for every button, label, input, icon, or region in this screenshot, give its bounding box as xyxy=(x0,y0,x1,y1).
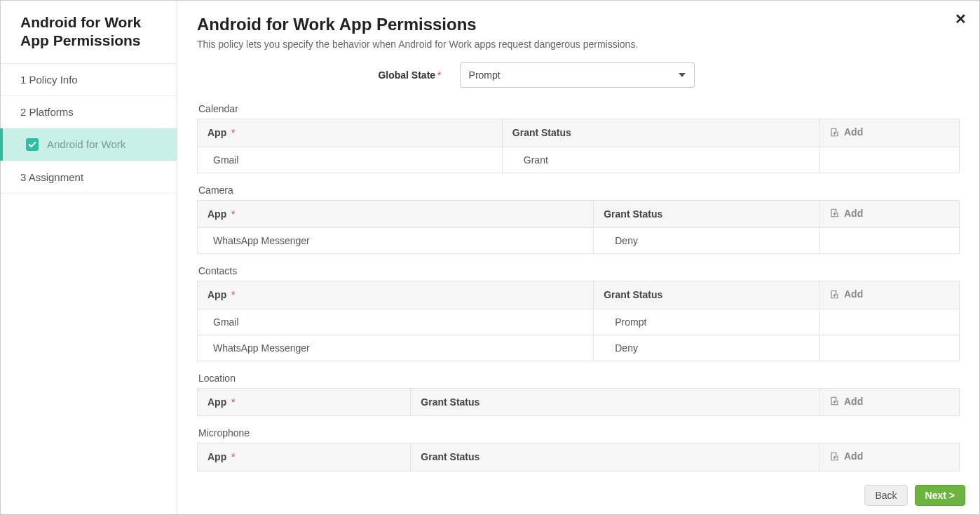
global-state-select[interactable]: Prompt xyxy=(460,62,695,88)
sidebar: Android for Work App Permissions 1 Polic… xyxy=(1,1,177,514)
add-label: Add xyxy=(844,208,863,219)
sidebar-item-label: Android for Work xyxy=(47,138,125,150)
add-label: Add xyxy=(844,126,863,138)
close-icon[interactable]: ✕ xyxy=(955,11,967,27)
add-icon xyxy=(829,127,840,138)
cell-status: Grant xyxy=(502,147,819,173)
add-label: Add xyxy=(844,450,863,462)
sidebar-item-policy-info[interactable]: 1 Policy Info xyxy=(1,64,177,96)
permission-table-contacts: App *Grant StatusAddGmailPromptWhatsApp … xyxy=(197,281,960,361)
col-action: Add xyxy=(819,281,960,309)
col-action: Add xyxy=(819,200,960,228)
table-row[interactable]: GmailPrompt xyxy=(198,309,960,335)
cell-status: Prompt xyxy=(594,309,819,335)
add-icon xyxy=(829,396,840,406)
sidebar-title: Android for Work App Permissions xyxy=(1,1,177,64)
page-title: Android for Work App Permissions xyxy=(197,15,960,34)
global-state-value: Prompt xyxy=(469,69,501,81)
main-panel: ✕ Android for Work App Permissions This … xyxy=(177,1,979,514)
cell-status: Deny xyxy=(594,335,819,361)
cell-action xyxy=(819,309,960,335)
sidebar-item-android-for-work[interactable]: Android for Work xyxy=(1,128,177,161)
section-label-contacts: Contacts xyxy=(198,265,960,276)
next-button[interactable]: Next > xyxy=(915,485,965,506)
table-row[interactable]: WhatsApp MessengerDeny xyxy=(198,335,960,361)
section-label-calendar: Calendar xyxy=(198,103,960,114)
col-grant-status: Grant Status xyxy=(411,443,819,471)
cell-action xyxy=(819,228,960,254)
cell-action xyxy=(819,335,960,361)
section-label-camera: Camera xyxy=(198,185,960,196)
cell-app: Gmail xyxy=(198,147,503,173)
col-action: Add xyxy=(819,443,960,471)
add-button[interactable]: Add xyxy=(829,450,863,462)
global-state-label: Global State* xyxy=(378,69,441,81)
col-grant-status: Grant Status xyxy=(594,200,819,228)
permission-table-camera: App *Grant StatusAddWhatsApp MessengerDe… xyxy=(197,200,960,255)
add-button[interactable]: Add xyxy=(829,126,863,138)
back-button[interactable]: Back xyxy=(864,485,907,506)
chevron-down-icon xyxy=(679,73,686,77)
col-grant-status: Grant Status xyxy=(411,388,819,416)
add-label: Add xyxy=(844,396,863,407)
check-icon xyxy=(26,138,39,151)
add-button[interactable]: Add xyxy=(829,288,863,300)
col-app: App * xyxy=(198,281,594,309)
section-label-microphone: Microphone xyxy=(198,427,960,439)
col-grant-status: Grant Status xyxy=(594,281,819,309)
table-row[interactable]: WhatsApp MessengerDeny xyxy=(198,228,960,254)
col-app: App * xyxy=(198,443,411,471)
permission-table-location: App *Grant StatusAdd xyxy=(197,388,960,417)
table-row[interactable]: GmailGrant xyxy=(198,147,960,173)
add-button[interactable]: Add xyxy=(829,396,863,407)
permission-table-microphone: App *Grant StatusAdd xyxy=(197,443,960,471)
sidebar-item-platforms[interactable]: 2 Platforms xyxy=(1,96,177,128)
col-action: Add xyxy=(819,119,960,147)
col-app: App * xyxy=(198,200,594,228)
cell-app: WhatsApp Messenger xyxy=(198,228,594,254)
add-button[interactable]: Add xyxy=(829,208,863,219)
cell-app: WhatsApp Messenger xyxy=(198,335,594,361)
col-grant-status: Grant Status xyxy=(502,119,819,147)
col-action: Add xyxy=(819,388,960,416)
add-icon xyxy=(829,451,840,462)
cell-status: Deny xyxy=(594,228,819,254)
add-icon xyxy=(829,208,840,218)
sidebar-item-assignment[interactable]: 3 Assignment xyxy=(1,161,177,194)
add-icon xyxy=(829,289,840,300)
add-label: Add xyxy=(844,288,863,300)
global-state-row: Global State* Prompt xyxy=(177,62,960,88)
footer-bar: Back Next > xyxy=(177,476,979,514)
cell-app: Gmail xyxy=(198,309,594,335)
section-label-location: Location xyxy=(198,373,960,384)
permission-table-calendar: App *Grant StatusAddGmailGrant xyxy=(197,119,960,173)
page-subtitle: This policy lets you specify the behavio… xyxy=(197,39,960,50)
col-app: App * xyxy=(198,119,503,147)
col-app: App * xyxy=(198,388,411,416)
cell-action xyxy=(819,147,960,173)
